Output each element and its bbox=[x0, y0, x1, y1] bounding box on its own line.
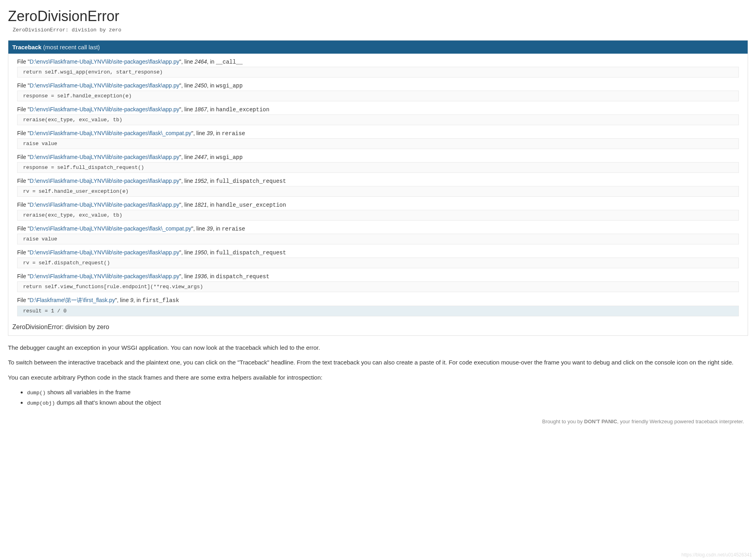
file-label: File " bbox=[17, 130, 29, 136]
footer: Brought to you by DON'T PANIC, your frie… bbox=[8, 419, 748, 424]
line-number: 1821 bbox=[194, 202, 207, 208]
function-name: reraise bbox=[222, 226, 245, 232]
exception-repeat: ZeroDivisionError: division by zero bbox=[8, 320, 748, 335]
footer-strong: DON'T PANIC bbox=[584, 419, 617, 424]
code-line[interactable]: response = self.full_dispatch_request() bbox=[17, 162, 739, 173]
file-label: File " bbox=[17, 82, 29, 89]
frame-header: File "D:\envs\Flaskframe-UbajLYNV\lib\si… bbox=[12, 80, 744, 90]
function-name: dispatch_request bbox=[216, 273, 269, 280]
line-label: ", line bbox=[179, 178, 194, 184]
frame-header: File "D:\envs\Flaskframe-UbajLYNV\lib\si… bbox=[12, 151, 744, 161]
code-line[interactable]: raise value bbox=[17, 234, 739, 244]
helper-text-dump-obj: dumps all that's known about the object bbox=[55, 399, 161, 406]
file-label: File " bbox=[17, 297, 29, 303]
function-name: full_dispatch_request bbox=[216, 250, 286, 256]
exception-message: ZeroDivisionError: division by zero bbox=[13, 27, 748, 33]
func-prefix: , in bbox=[207, 106, 216, 112]
code-line[interactable]: rv = self.dispatch_request() bbox=[17, 258, 739, 268]
helper-text-dump: shows all variables in the frame bbox=[46, 389, 130, 395]
frame-header: File "D:\envs\Flaskframe-UbajLYNV\lib\si… bbox=[12, 175, 744, 185]
file-path: D:\Flaskframe\第一讲\first_flask.py bbox=[29, 297, 115, 303]
frame-header: File "D:\Flaskframe\第一讲\first_flask.py",… bbox=[12, 295, 744, 305]
function-name: wsgi_app bbox=[216, 83, 243, 89]
file-label: File " bbox=[17, 249, 29, 256]
traceback-box: Traceback (most recent call last) File "… bbox=[8, 40, 748, 336]
frame-header: File "D:\envs\Flaskframe-UbajLYNV\lib\si… bbox=[12, 56, 744, 66]
traceback-frame[interactable]: File "D:\envs\Flaskframe-UbajLYNV\lib\si… bbox=[12, 223, 744, 244]
traceback-frames: File "D:\envs\Flaskframe-UbajLYNV\lib\si… bbox=[8, 54, 748, 320]
footer-post: , your friendly Werkzeug powered traceba… bbox=[617, 419, 744, 424]
file-label: File " bbox=[17, 154, 29, 160]
code-line[interactable]: return self.wsgi_app(environ, start_resp… bbox=[17, 67, 739, 78]
line-label: ", line bbox=[179, 202, 194, 208]
traceback-header[interactable]: Traceback (most recent call last) bbox=[8, 41, 748, 54]
helper-code-dump: dump() bbox=[27, 390, 46, 396]
line-label: ", line bbox=[179, 106, 194, 112]
info-paragraph-1: The debugger caught an exception in your… bbox=[8, 343, 748, 352]
func-prefix: , in bbox=[207, 58, 216, 65]
code-line[interactable]: return self.view_functions[rule.endpoint… bbox=[17, 281, 739, 292]
file-label: File " bbox=[17, 58, 29, 65]
traceback-frame[interactable]: File "D:\envs\Flaskframe-UbajLYNV\lib\si… bbox=[12, 151, 744, 173]
line-number: 2447 bbox=[194, 154, 207, 160]
line-number: 39 bbox=[207, 130, 213, 136]
file-path: D:\envs\Flaskframe-UbajLYNV\lib\site-pac… bbox=[29, 154, 179, 160]
exception-title: ZeroDivisionError bbox=[8, 8, 748, 25]
frame-header: File "D:\envs\Flaskframe-UbajLYNV\lib\si… bbox=[12, 199, 744, 209]
file-path: D:\envs\Flaskframe-UbajLYNV\lib\site-pac… bbox=[29, 178, 179, 184]
line-label: ", line bbox=[179, 154, 194, 160]
traceback-header-suffix: (most recent call last) bbox=[43, 44, 100, 50]
info-paragraph-3: You can execute arbitrary Python code in… bbox=[8, 373, 748, 382]
function-name: handle_user_exception bbox=[216, 202, 286, 208]
file-label: File " bbox=[17, 106, 29, 112]
func-prefix: , in bbox=[207, 202, 216, 208]
function-name: wsgi_app bbox=[216, 154, 243, 161]
code-line[interactable]: reraise(exc_type, exc_value, tb) bbox=[17, 210, 739, 221]
frame-header: File "D:\envs\Flaskframe-UbajLYNV\lib\si… bbox=[12, 223, 744, 233]
frame-header: File "D:\envs\Flaskframe-UbajLYNV\lib\si… bbox=[12, 271, 744, 281]
line-number: 1936 bbox=[194, 273, 207, 279]
traceback-frame[interactable]: File "D:\envs\Flaskframe-UbajLYNV\lib\si… bbox=[12, 80, 744, 101]
traceback-header-label: Traceback bbox=[12, 44, 41, 50]
traceback-frame[interactable]: File "D:\envs\Flaskframe-UbajLYNV\lib\si… bbox=[12, 175, 744, 197]
frame-header: File "D:\envs\Flaskframe-UbajLYNV\lib\si… bbox=[12, 104, 744, 114]
traceback-frame[interactable]: File "D:\envs\Flaskframe-UbajLYNV\lib\si… bbox=[12, 128, 744, 149]
line-label: ", line bbox=[115, 297, 130, 303]
line-label: ", line bbox=[179, 82, 194, 89]
line-number: 1952 bbox=[194, 178, 207, 184]
frame-header: File "D:\envs\Flaskframe-UbajLYNV\lib\si… bbox=[12, 128, 744, 138]
line-label: ", line bbox=[179, 273, 194, 279]
helper-item-dump-obj: dump(obj) dumps all that's known about t… bbox=[27, 398, 748, 407]
footer-pre: Brought to you by bbox=[542, 419, 584, 424]
func-prefix: , in bbox=[133, 297, 142, 303]
line-label: ", line bbox=[191, 225, 206, 232]
file-label: File " bbox=[17, 225, 29, 232]
code-line[interactable]: rv = self.handle_user_exception(e) bbox=[17, 186, 739, 197]
traceback-frame[interactable]: File "D:\Flaskframe\第一讲\first_flask.py",… bbox=[12, 295, 744, 316]
line-label: ", line bbox=[179, 58, 194, 65]
code-line[interactable]: result = 1 / 0 bbox=[17, 306, 739, 316]
info-paragraph-2: To switch between the interactive traceb… bbox=[8, 358, 748, 367]
traceback-frame[interactable]: File "D:\envs\Flaskframe-UbajLYNV\lib\si… bbox=[12, 199, 744, 221]
traceback-frame[interactable]: File "D:\envs\Flaskframe-UbajLYNV\lib\si… bbox=[12, 271, 744, 292]
debugger-info: The debugger caught an exception in your… bbox=[8, 343, 748, 407]
function-name: first_flask bbox=[142, 297, 179, 304]
file-path: D:\envs\Flaskframe-UbajLYNV\lib\site-pac… bbox=[29, 82, 179, 89]
file-path: D:\envs\Flaskframe-UbajLYNV\lib\site-pac… bbox=[29, 225, 191, 232]
func-prefix: , in bbox=[207, 249, 216, 256]
func-prefix: , in bbox=[207, 178, 216, 184]
traceback-frame[interactable]: File "D:\envs\Flaskframe-UbajLYNV\lib\si… bbox=[12, 56, 744, 78]
line-number: 1867 bbox=[194, 106, 207, 112]
frame-header: File "D:\envs\Flaskframe-UbajLYNV\lib\si… bbox=[12, 247, 744, 257]
file-label: File " bbox=[17, 202, 29, 208]
code-line[interactable]: reraise(exc_type, exc_value, tb) bbox=[17, 114, 739, 125]
line-number: 39 bbox=[207, 225, 213, 232]
traceback-frame[interactable]: File "D:\envs\Flaskframe-UbajLYNV\lib\si… bbox=[12, 247, 744, 268]
function-name: reraise bbox=[222, 130, 245, 137]
func-prefix: , in bbox=[213, 225, 222, 232]
func-prefix: , in bbox=[207, 154, 216, 160]
code-line[interactable]: raise value bbox=[17, 138, 739, 149]
func-prefix: , in bbox=[213, 130, 222, 136]
code-line[interactable]: response = self.handle_exception(e) bbox=[17, 91, 739, 101]
traceback-frame[interactable]: File "D:\envs\Flaskframe-UbajLYNV\lib\si… bbox=[12, 104, 744, 125]
